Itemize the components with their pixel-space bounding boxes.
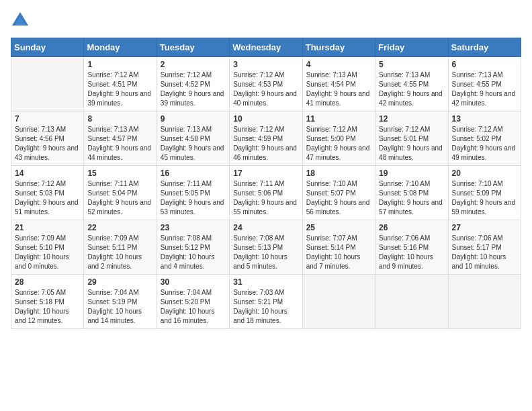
calendar-cell: 16Sunrise: 7:11 AMSunset: 5:05 PMDayligh… (157, 166, 229, 220)
calendar-day-header: Wednesday (230, 38, 302, 57)
calendar-week-row: 1Sunrise: 7:12 AMSunset: 4:51 PMDaylight… (11, 57, 521, 111)
day-number: 8 (87, 114, 152, 124)
calendar-cell: 21Sunrise: 7:09 AMSunset: 5:10 PMDayligh… (11, 220, 84, 275)
day-info: Sunrise: 7:13 AMSunset: 4:57 PMDaylight:… (87, 125, 152, 163)
day-number: 10 (233, 114, 298, 124)
day-info: Sunrise: 7:07 AMSunset: 5:14 PMDaylight:… (306, 234, 371, 271)
calendar-cell: 22Sunrise: 7:09 AMSunset: 5:11 PMDayligh… (84, 220, 157, 275)
day-number: 6 (452, 60, 517, 69)
calendar-cell: 27Sunrise: 7:06 AMSunset: 5:17 PMDayligh… (448, 220, 521, 275)
calendar-cell: 20Sunrise: 7:10 AMSunset: 5:09 PMDayligh… (448, 166, 521, 220)
day-number: 11 (306, 114, 371, 124)
calendar-header-row: SundayMondayTuesdayWednesdayThursdayFrid… (11, 38, 521, 57)
day-number: 16 (161, 169, 226, 178)
day-info: Sunrise: 7:12 AMSunset: 4:53 PMDaylight:… (233, 71, 298, 108)
calendar-day-header: Thursday (302, 38, 375, 57)
day-number: 21 (15, 223, 80, 232)
day-number: 2 (161, 60, 226, 69)
calendar-cell: 19Sunrise: 7:10 AMSunset: 5:08 PMDayligh… (375, 166, 448, 220)
day-number: 3 (233, 60, 298, 69)
day-info: Sunrise: 7:12 AMSunset: 5:01 PMDaylight:… (379, 125, 444, 163)
calendar-cell: 10Sunrise: 7:12 AMSunset: 4:59 PMDayligh… (230, 111, 302, 166)
day-info: Sunrise: 7:03 AMSunset: 5:21 PMDaylight:… (233, 288, 298, 326)
day-info: Sunrise: 7:12 AMSunset: 4:52 PMDaylight:… (161, 71, 226, 108)
calendar-cell: 14Sunrise: 7:12 AMSunset: 5:03 PMDayligh… (11, 166, 84, 220)
calendar-cell: 25Sunrise: 7:07 AMSunset: 5:14 PMDayligh… (302, 220, 375, 275)
calendar-cell: 4Sunrise: 7:13 AMSunset: 4:54 PMDaylight… (302, 57, 375, 111)
day-info: Sunrise: 7:13 AMSunset: 4:58 PMDaylight:… (161, 125, 226, 163)
day-number: 22 (87, 223, 152, 232)
day-info: Sunrise: 7:13 AMSunset: 4:55 PMDaylight:… (379, 71, 444, 108)
calendar-day-header: Sunday (11, 38, 84, 57)
calendar-cell: 2Sunrise: 7:12 AMSunset: 4:52 PMDaylight… (157, 57, 229, 111)
calendar-week-row: 21Sunrise: 7:09 AMSunset: 5:10 PMDayligh… (11, 220, 521, 275)
day-number: 4 (306, 60, 371, 69)
day-info: Sunrise: 7:05 AMSunset: 5:18 PMDaylight:… (15, 288, 80, 326)
calendar-cell: 5Sunrise: 7:13 AMSunset: 4:55 PMDaylight… (375, 57, 448, 111)
day-info: Sunrise: 7:10 AMSunset: 5:07 PMDaylight:… (306, 179, 371, 217)
calendar-cell: 31Sunrise: 7:03 AMSunset: 5:21 PMDayligh… (230, 275, 302, 329)
day-info: Sunrise: 7:11 AMSunset: 5:05 PMDaylight:… (161, 179, 226, 217)
day-number: 23 (161, 223, 226, 232)
day-info: Sunrise: 7:09 AMSunset: 5:10 PMDaylight:… (15, 234, 80, 271)
calendar-cell: 9Sunrise: 7:13 AMSunset: 4:58 PMDaylight… (157, 111, 229, 166)
day-info: Sunrise: 7:06 AMSunset: 5:17 PMDaylight:… (452, 234, 517, 271)
day-number: 28 (15, 277, 80, 287)
calendar-week-row: 7Sunrise: 7:13 AMSunset: 4:56 PMDaylight… (11, 111, 521, 166)
day-info: Sunrise: 7:11 AMSunset: 5:06 PMDaylight:… (233, 179, 298, 217)
day-info: Sunrise: 7:12 AMSunset: 4:59 PMDaylight:… (233, 125, 298, 163)
day-info: Sunrise: 7:10 AMSunset: 5:08 PMDaylight:… (379, 179, 444, 217)
day-number: 24 (233, 223, 298, 232)
calendar-cell (375, 275, 448, 329)
calendar-cell: 29Sunrise: 7:04 AMSunset: 5:19 PMDayligh… (84, 275, 157, 329)
day-info: Sunrise: 7:12 AMSunset: 4:51 PMDaylight:… (87, 71, 152, 108)
day-number: 25 (306, 223, 371, 232)
day-info: Sunrise: 7:12 AMSunset: 5:00 PMDaylight:… (306, 125, 371, 163)
calendar-day-header: Friday (375, 38, 448, 57)
day-info: Sunrise: 7:13 AMSunset: 4:55 PMDaylight:… (452, 71, 517, 108)
day-info: Sunrise: 7:06 AMSunset: 5:16 PMDaylight:… (379, 234, 444, 271)
calendar-cell: 26Sunrise: 7:06 AMSunset: 5:16 PMDayligh… (375, 220, 448, 275)
day-number: 30 (161, 277, 226, 287)
calendar-day-header: Tuesday (157, 38, 229, 57)
calendar-cell: 13Sunrise: 7:12 AMSunset: 5:02 PMDayligh… (448, 111, 521, 166)
calendar-cell: 23Sunrise: 7:08 AMSunset: 5:12 PMDayligh… (157, 220, 229, 275)
calendar-cell (11, 57, 84, 111)
calendar-cell: 6Sunrise: 7:13 AMSunset: 4:55 PMDaylight… (448, 57, 521, 111)
calendar-cell: 24Sunrise: 7:08 AMSunset: 5:13 PMDayligh… (230, 220, 302, 275)
day-number: 1 (87, 60, 152, 69)
calendar-table: SundayMondayTuesdayWednesdayThursdayFrid… (11, 38, 521, 329)
day-number: 9 (161, 114, 226, 124)
calendar-day-header: Saturday (448, 38, 521, 57)
day-number: 7 (15, 114, 80, 124)
day-number: 5 (379, 60, 444, 69)
calendar-cell: 18Sunrise: 7:10 AMSunset: 5:07 PMDayligh… (302, 166, 375, 220)
header (11, 11, 521, 30)
day-number: 20 (452, 169, 517, 178)
day-info: Sunrise: 7:08 AMSunset: 5:12 PMDaylight:… (161, 234, 226, 271)
calendar-cell: 15Sunrise: 7:11 AMSunset: 5:04 PMDayligh… (84, 166, 157, 220)
calendar-cell: 3Sunrise: 7:12 AMSunset: 4:53 PMDaylight… (230, 57, 302, 111)
day-info: Sunrise: 7:11 AMSunset: 5:04 PMDaylight:… (87, 179, 152, 217)
calendar-cell (302, 275, 375, 329)
day-number: 13 (452, 114, 517, 124)
calendar-cell: 17Sunrise: 7:11 AMSunset: 5:06 PMDayligh… (230, 166, 302, 220)
day-info: Sunrise: 7:13 AMSunset: 4:54 PMDaylight:… (306, 71, 371, 108)
day-number: 18 (306, 169, 371, 178)
day-number: 14 (15, 169, 80, 178)
day-info: Sunrise: 7:12 AMSunset: 5:02 PMDaylight:… (452, 125, 517, 163)
day-number: 19 (379, 169, 444, 178)
calendar-week-row: 28Sunrise: 7:05 AMSunset: 5:18 PMDayligh… (11, 275, 521, 329)
logo (11, 11, 32, 30)
calendar-cell (448, 275, 521, 329)
calendar-week-row: 14Sunrise: 7:12 AMSunset: 5:03 PMDayligh… (11, 166, 521, 220)
day-info: Sunrise: 7:08 AMSunset: 5:13 PMDaylight:… (233, 234, 298, 271)
day-number: 12 (379, 114, 444, 124)
day-number: 26 (379, 223, 444, 232)
calendar-cell: 12Sunrise: 7:12 AMSunset: 5:01 PMDayligh… (375, 111, 448, 166)
calendar-cell: 1Sunrise: 7:12 AMSunset: 4:51 PMDaylight… (84, 57, 157, 111)
day-info: Sunrise: 7:04 AMSunset: 5:20 PMDaylight:… (161, 288, 226, 326)
day-number: 27 (452, 223, 517, 232)
logo-icon (11, 11, 30, 30)
day-number: 31 (233, 277, 298, 287)
